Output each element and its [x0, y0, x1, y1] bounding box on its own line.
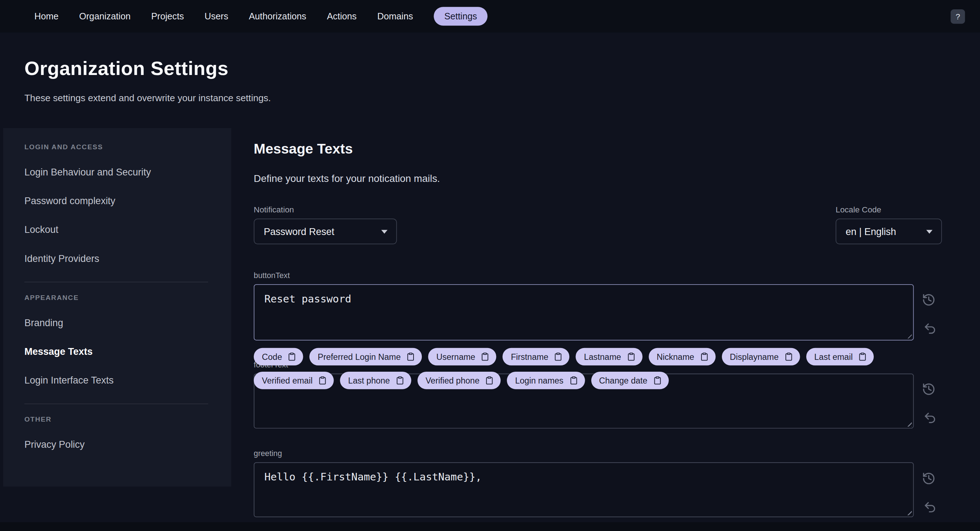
- chip-change-date[interactable]: Change date: [591, 372, 668, 389]
- page-header: Organization Settings These settings ext…: [24, 57, 271, 103]
- nav-item-home[interactable]: Home: [35, 11, 59, 21]
- chip-label: Last email: [814, 352, 853, 361]
- chip-label: Verified phone: [425, 376, 479, 385]
- undo-icon[interactable]: [923, 322, 937, 336]
- chevron-down-icon: [926, 230, 932, 233]
- sidebar-divider: [24, 404, 208, 404]
- chip-code[interactable]: Code: [254, 348, 303, 366]
- chip-displayname[interactable]: Displayname: [722, 348, 800, 366]
- sidebar-section-appearance: APPEARANCE: [24, 293, 212, 301]
- chip-verified-email[interactable]: Verified email: [254, 372, 334, 389]
- clipboard-icon: [406, 352, 415, 361]
- chip-lastname[interactable]: Lastname: [576, 348, 642, 366]
- clipboard-icon: [485, 376, 493, 385]
- footer-strip: [0, 522, 980, 531]
- clipboard-icon: [481, 352, 490, 361]
- clipboard-icon: [653, 376, 662, 385]
- sidebar-item-login-interface-texts[interactable]: Login Interface Texts: [24, 366, 212, 395]
- nav-item-actions[interactable]: Actions: [327, 11, 357, 21]
- settings-sidebar: LOGIN AND ACCESS Login Behaviour and Sec…: [3, 128, 231, 487]
- organization-settings-page: Home Organization Projects Users Authori…: [0, 0, 980, 531]
- sidebar-item-password-complexity[interactable]: Password complexity: [24, 187, 212, 216]
- section-title: Message Texts: [254, 141, 353, 157]
- chip-last-phone[interactable]: Last phone: [340, 372, 411, 389]
- sidebar-item-message-texts[interactable]: Message Texts: [24, 337, 212, 366]
- clipboard-icon: [288, 352, 296, 361]
- notification-field: Notification Password Reset: [254, 205, 397, 244]
- sidebar-divider: [24, 282, 208, 282]
- history-icon[interactable]: [922, 382, 935, 396]
- chip-preferred-login-name[interactable]: Preferred Login Name: [309, 348, 422, 366]
- locale-field: Locale Code en | English: [836, 205, 942, 244]
- sidebar-item-identity-providers[interactable]: Identity Providers: [24, 244, 212, 273]
- clipboard-icon: [784, 352, 793, 361]
- clipboard-icon: [569, 376, 578, 385]
- clipboard-icon: [554, 352, 563, 361]
- clipboard-icon: [700, 352, 709, 361]
- clipboard-icon: [627, 352, 635, 361]
- chip-login-names[interactable]: Login names: [507, 372, 584, 389]
- locale-select[interactable]: en | English: [836, 219, 942, 244]
- chip-label: Lastname: [584, 352, 621, 361]
- buttontext-label: buttonText: [254, 271, 290, 280]
- chip-label: Firstname: [511, 352, 548, 361]
- sidebar-item-lockout[interactable]: Lockout: [24, 216, 212, 244]
- clipboard-icon: [858, 352, 867, 361]
- nav-item-organization[interactable]: Organization: [80, 11, 130, 21]
- chevron-down-icon: [381, 230, 387, 233]
- notification-select[interactable]: Password Reset: [254, 219, 397, 244]
- nav-item-authorizations[interactable]: Authorizations: [249, 11, 306, 21]
- buttontext-textarea[interactable]: Reset password: [254, 284, 914, 341]
- clipboard-icon: [318, 376, 327, 385]
- sidebar-item-login-behaviour-and-security[interactable]: Login Behaviour and Security: [24, 158, 212, 187]
- nav-item-domains[interactable]: Domains: [377, 11, 413, 21]
- sidebar-item-privacy-policy[interactable]: Privacy Policy: [24, 431, 212, 459]
- chip-username[interactable]: Username: [428, 348, 496, 366]
- greeting-textarea[interactable]: Hello {{.FirstName}} {{.LastName}},: [254, 462, 914, 517]
- chip-label: Preferred Login Name: [318, 352, 401, 361]
- chip-label: Last phone: [348, 376, 390, 385]
- chip-label: Verified email: [262, 376, 313, 385]
- notification-select-value: Password Reset: [264, 226, 334, 237]
- chip-label: Login names: [515, 376, 563, 385]
- notification-label: Notification: [254, 205, 397, 214]
- clipboard-icon: [396, 376, 404, 385]
- placeholder-chips: Code Preferred Login Name Username First…: [254, 348, 882, 389]
- chip-label: Change date: [599, 376, 648, 385]
- sidebar-section-login-and-access: LOGIN AND ACCESS: [24, 143, 212, 151]
- nav-item-settings[interactable]: Settings: [434, 7, 487, 25]
- section-description: Define your texts for your notication ma…: [254, 173, 440, 184]
- chip-firstname[interactable]: Firstname: [503, 348, 570, 366]
- chip-label: Nickname: [657, 352, 694, 361]
- nav-item-projects[interactable]: Projects: [151, 11, 184, 21]
- sidebar-item-branding[interactable]: Branding: [24, 309, 212, 337]
- locale-label: Locale Code: [836, 205, 942, 214]
- greeting-label: greeting: [254, 449, 282, 458]
- undo-icon[interactable]: [923, 411, 937, 425]
- nav-item-users[interactable]: Users: [205, 11, 228, 21]
- history-icon[interactable]: [922, 293, 935, 307]
- chip-last-email[interactable]: Last email: [806, 348, 874, 366]
- undo-icon[interactable]: [923, 501, 937, 514]
- chip-label: Code: [262, 352, 282, 361]
- chip-label: Displayname: [730, 352, 779, 361]
- help-button[interactable]: ?: [951, 9, 965, 23]
- chip-nickname[interactable]: Nickname: [649, 348, 716, 366]
- locale-select-value: en | English: [846, 226, 896, 237]
- top-navigation: Home Organization Projects Users Authori…: [0, 0, 980, 33]
- chip-verified-phone[interactable]: Verified phone: [417, 372, 501, 389]
- history-icon[interactable]: [922, 472, 935, 485]
- page-subtitle: These settings extend and overwrite your…: [24, 93, 271, 103]
- page-title: Organization Settings: [24, 57, 271, 80]
- sidebar-section-other: OTHER: [24, 415, 212, 423]
- chip-label: Username: [436, 352, 475, 361]
